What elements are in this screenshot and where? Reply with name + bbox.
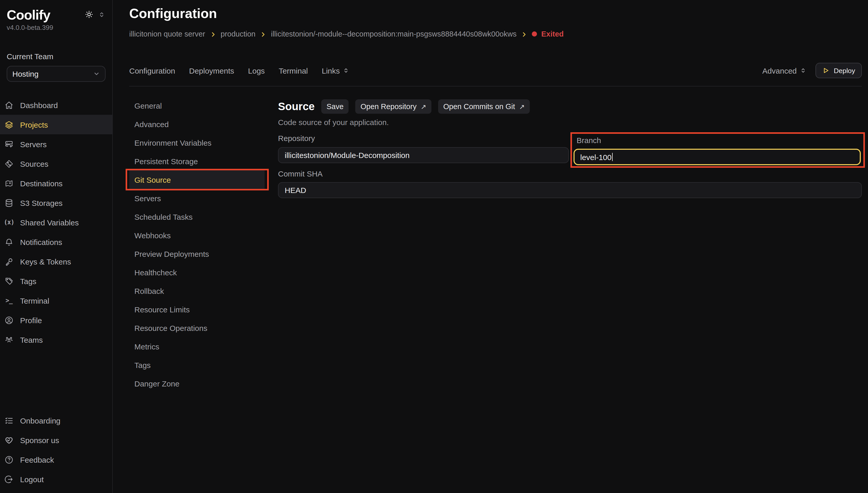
repository-label: Repository [278, 134, 569, 143]
sidebar-item-dashboard[interactable]: Dashboard [0, 95, 112, 115]
subnav-item-general[interactable]: General [129, 96, 264, 115]
status-text: Exited [541, 29, 564, 39]
sidebar-item-label: Notifications [20, 237, 62, 246]
sidebar-item-sources[interactable]: Sources [0, 154, 112, 173]
main-area: Configuration illicitonion quote server … [113, 0, 868, 493]
sidebar-item-profile[interactable]: Profile [0, 310, 112, 330]
subnav-item-resource-operations[interactable]: Resource Operations [129, 319, 264, 337]
annotation-box-branch: Branch level-100 [570, 132, 865, 168]
tab-links[interactable]: Links [322, 66, 349, 75]
sidebar-item-servers[interactable]: Servers [0, 134, 112, 154]
sidebar-item-feedback[interactable]: Feedback [0, 450, 112, 469]
subnav-item-servers[interactable]: Servers [129, 189, 264, 207]
sidebar-item-projects[interactable]: Projects [0, 115, 112, 134]
tabs-bar: Configuration Deployments Logs Terminal … [129, 63, 862, 78]
sidebar-item-label: Feedback [20, 455, 54, 464]
sidebar-item-onboarding[interactable]: Onboarding [0, 411, 112, 430]
sidebar-item-keys-tokens[interactable]: Keys & Tokens [0, 252, 112, 271]
deploy-button[interactable]: Deploy [815, 63, 862, 78]
map-icon [5, 179, 14, 188]
subnav-item-danger-zone[interactable]: Danger Zone [129, 374, 264, 393]
bell-icon [5, 237, 14, 246]
layers-icon [5, 120, 14, 129]
commit-sha-input[interactable]: HEAD [278, 182, 862, 198]
status-badge: Exited [532, 29, 564, 39]
subnav-item-webhooks[interactable]: Webhooks [129, 226, 264, 244]
external-link-icon: ↗ [421, 103, 426, 110]
subnav-item-metrics[interactable]: Metrics [129, 337, 264, 356]
user-circle-icon [5, 316, 14, 324]
page-title: Configuration [129, 5, 862, 22]
config-subnav: General Advanced Environment Variables P… [129, 86, 264, 393]
subnav-item-preview-deployments[interactable]: Preview Deployments [129, 244, 264, 263]
tab-links-label: Links [322, 66, 340, 75]
tab-terminal[interactable]: Terminal [279, 66, 308, 75]
subnav-item-scheduled-tasks[interactable]: Scheduled Tasks [129, 207, 264, 226]
subnav-item-resource-limits[interactable]: Resource Limits [129, 300, 264, 319]
git-source-icon [5, 159, 14, 168]
open-repository-label: Open Repository [361, 102, 417, 111]
subnav-item-healthcheck[interactable]: Healthcheck [129, 263, 264, 281]
sidebar-item-label: S3 Storages [20, 198, 63, 207]
branch-value: level-100 [580, 153, 612, 161]
branch-label: Branch [577, 136, 863, 145]
sidebar-item-logout[interactable]: Logout [0, 469, 112, 489]
brand-logo: Coolify [7, 7, 50, 23]
repository-input[interactable]: illicitestonion/Module-Decomposition [278, 147, 569, 163]
subnav-item-advanced[interactable]: Advanced [129, 115, 264, 133]
subnav-item-rollback[interactable]: Rollback [129, 281, 264, 300]
sidebar-item-s3-storages[interactable]: S3 Storages [0, 193, 112, 213]
tab-logs[interactable]: Logs [248, 66, 265, 75]
sidebar-item-teams[interactable]: Teams [0, 330, 112, 349]
tab-configuration[interactable]: Configuration [129, 66, 175, 75]
sidebar-item-label: Profile [20, 316, 42, 324]
chevron-up-down-icon [800, 67, 806, 73]
sidebar-item-destinations[interactable]: Destinations [0, 173, 112, 193]
current-team-label: Current Team [0, 31, 112, 61]
server-icon [5, 140, 14, 148]
branch-input[interactable]: level-100 [573, 149, 861, 165]
save-button[interactable]: Save [321, 99, 348, 114]
sidebar-item-label: Tags [20, 277, 36, 285]
advanced-dropdown[interactable]: Advanced [762, 66, 806, 75]
chevron-right-icon [210, 31, 216, 37]
sidebar-item-label: Shared Variables [20, 218, 79, 227]
open-commits-label: Open Commits on Git [443, 102, 515, 111]
sidebar-footer: Onboarding Sponsor us Feedback Logout [0, 411, 112, 489]
help-circle-icon [5, 455, 14, 464]
breadcrumb-project[interactable]: illicitonion quote server [129, 29, 205, 39]
tab-deployments[interactable]: Deployments [189, 66, 234, 75]
sidebar-collapse-chevron-up-down-icon[interactable] [98, 11, 105, 18]
breadcrumb-environment[interactable]: production [220, 29, 255, 39]
sidebar-item-sponsor-us[interactable]: Sponsor us [0, 430, 112, 450]
subnav-item-tags[interactable]: Tags [129, 356, 264, 374]
database-icon [5, 198, 14, 207]
sidebar-item-label: Sponsor us [20, 436, 59, 444]
sidebar-item-label: Keys & Tokens [20, 257, 71, 266]
open-commits-button[interactable]: Open Commits on Git ↗ [438, 99, 530, 114]
team-select[interactable]: Hosting [7, 66, 106, 82]
checklist-icon [5, 416, 14, 425]
advanced-label: Advanced [762, 66, 797, 75]
sidebar-item-tags[interactable]: Tags [0, 271, 112, 291]
sidebar-item-terminal[interactable]: >_ Terminal [0, 291, 112, 310]
logout-icon [5, 475, 14, 484]
open-repository-button[interactable]: Open Repository ↗ [356, 99, 431, 114]
sidebar-item-label: Logout [20, 475, 44, 484]
home-icon [5, 101, 14, 109]
external-link-icon: ↗ [519, 103, 525, 110]
subnav-item-persistent-storage[interactable]: Persistent Storage [129, 152, 264, 170]
subnav-item-environment-variables[interactable]: Environment Variables [129, 133, 264, 152]
variables-icon: (x) [5, 218, 14, 227]
sidebar-item-notifications[interactable]: Notifications [0, 232, 112, 252]
section-description: Code source of your application. [278, 118, 862, 127]
chevron-down-icon [93, 70, 100, 77]
sidebar-item-label: Terminal [20, 296, 49, 305]
sidebar-item-shared-variables[interactable]: (x) Shared Variables [0, 213, 112, 232]
breadcrumb-application[interactable]: illicitestonion/-module--decomposition:m… [271, 29, 516, 39]
theme-toggle-sun-icon[interactable] [85, 10, 93, 19]
subnav-item-git-source[interactable]: Git Source [129, 170, 264, 189]
coolify-app: Coolify v4.0.0-beta.399 Current Team Hos… [0, 0, 868, 493]
text-cursor [612, 153, 613, 161]
source-section: Source Save Open Repository ↗ Open Commi… [278, 86, 862, 393]
